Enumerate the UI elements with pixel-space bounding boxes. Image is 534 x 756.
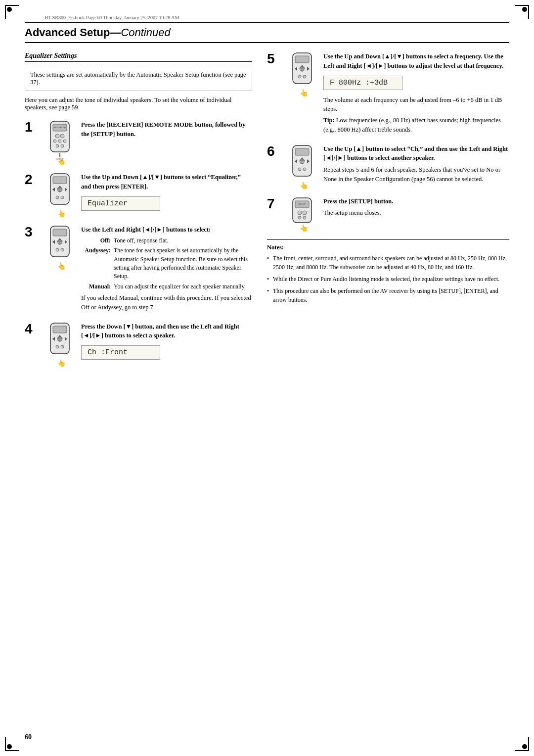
header-meta: HT-SR800_En.book Page 60 Thursday, Janua… [25, 15, 509, 20]
step-4-number: 4 [25, 322, 41, 336]
step-1-icon: RECEIVER SETUP 👆 [43, 120, 77, 165]
step-7-extra: The setup menu closes. [323, 208, 509, 218]
svg-text:ENTER: ENTER [56, 338, 63, 341]
option-audyssey-label: Audyssey: [81, 246, 111, 281]
svg-point-4 [53, 140, 56, 142]
svg-point-72 [303, 211, 307, 215]
svg-point-21 [56, 196, 59, 199]
notes-title: Notes: [267, 244, 509, 251]
svg-point-2 [55, 134, 59, 138]
intro-box: These settings are set automatically by … [25, 67, 252, 91]
svg-point-71 [298, 211, 302, 215]
step-7-content: Press the [SETUP] button. The setup menu… [323, 197, 509, 220]
svg-text:👆: 👆 [300, 224, 309, 232]
step-7: 7 SETUP 👆 [267, 197, 509, 232]
step-2-number: 2 [25, 173, 41, 187]
step-5-number: 5 [267, 52, 283, 66]
svg-text:👆: 👆 [300, 182, 309, 189]
notes-list: The front, center, surround, and surroun… [267, 254, 509, 304]
corner-dot-tl [7, 7, 12, 12]
step-3-content: Use the Left and Right [◄]/[►] buttons t… [81, 225, 252, 314]
step-3: 3 ENTER 👆 [25, 225, 252, 314]
step-4-lcd: Ch :Front [81, 345, 160, 360]
step-2-icon: ENTER 👆 [43, 173, 77, 217]
step-6-content: Use the Up [▲] button to select “Ch,” an… [323, 144, 509, 186]
step-7-icon: SETUP 👆 [285, 197, 319, 232]
svg-text:ENTER: ENTER [299, 161, 305, 163]
note-3: This procedure can also be performed on … [267, 286, 509, 304]
svg-point-3 [60, 134, 64, 138]
svg-point-6 [63, 140, 66, 142]
step-5: 5 ENTER 👆 [267, 52, 509, 137]
svg-text:👆: 👆 [57, 210, 66, 217]
step-6: 6 ENTER 👆 [267, 144, 509, 189]
option-off-desc: Tone off, response flat. [114, 236, 252, 245]
svg-text:ENTER: ENTER [299, 68, 305, 71]
svg-point-43 [56, 345, 59, 348]
step-2: 2 ENTER [25, 173, 252, 217]
svg-point-33 [61, 248, 64, 251]
svg-text:👆: 👆 [57, 359, 66, 367]
corner-dot-bl [7, 744, 12, 749]
corner-dot-br [522, 744, 527, 749]
svg-text:ENTER: ENTER [56, 241, 63, 244]
step-6-icon: ENTER 👆 [285, 144, 319, 189]
svg-point-22 [61, 196, 64, 199]
corner-mark-tl [5, 5, 19, 19]
svg-point-44 [61, 345, 64, 348]
svg-rect-58 [295, 148, 309, 155]
step-6-extra: Repeat steps 5 and 6 for each speaker. S… [323, 165, 509, 184]
step-1: 1 [25, 120, 252, 165]
svg-point-55 [303, 75, 306, 78]
intro-text2: Here you can adjust the tone of individu… [25, 96, 252, 111]
svg-text:👆: 👆 [57, 157, 66, 165]
step-2-lcd: Equalizer [81, 196, 160, 211]
note-1: The front, center, surround, and surroun… [267, 254, 509, 272]
svg-rect-14 [53, 177, 67, 184]
step-3-icon: ENTER 👆 [43, 225, 77, 270]
option-manual-desc: You can adjust the equalizer for each sp… [114, 283, 252, 291]
corner-mark-bl [5, 737, 19, 751]
corner-mark-br [515, 737, 529, 751]
step-4: 4 ENTER 👆 [25, 322, 252, 367]
step-6-number: 6 [267, 144, 283, 158]
page-title-section: Advanced Setup—Continued [25, 22, 509, 43]
svg-point-7 [56, 144, 59, 147]
svg-text:SETUP: SETUP [298, 203, 306, 205]
step-1-number: 1 [25, 120, 41, 134]
step-4-content: Press the Down [▼] button, and then use … [81, 322, 252, 363]
step-7-number: 7 [267, 197, 283, 211]
step-5-lcd: F 800Hz :+3dB [323, 76, 402, 90]
step-5-content: Use the Up and Down [▲]/[▼] buttons to s… [323, 52, 509, 137]
svg-point-8 [61, 144, 64, 147]
option-audyssey-desc: The tone for each speaker is set automat… [114, 246, 252, 281]
step-3-extra: If you selected Manual, continue with th… [81, 293, 252, 312]
svg-rect-36 [53, 326, 67, 333]
note-2: While the Direct or Pure Audio listening… [267, 275, 509, 284]
option-off-label: Off: [81, 236, 111, 245]
step-5-extra: The volume at each frequency can be adju… [323, 95, 509, 114]
svg-point-74 [303, 216, 306, 219]
option-manual-label: Manual: [81, 283, 111, 291]
page-number: 60 [25, 733, 32, 741]
corner-dot-tr [522, 7, 527, 12]
notes-section: Notes: The front, center, surround, and … [267, 239, 509, 304]
step-4-icon: ENTER 👆 [43, 322, 77, 367]
step-1-content: Press the [RECEIVER] REMOTE MODE button,… [81, 120, 252, 141]
svg-point-65 [298, 168, 301, 171]
svg-text:ENTER: ENTER [56, 189, 63, 191]
svg-point-5 [58, 140, 61, 142]
corner-mark-tr [515, 5, 529, 19]
svg-point-54 [298, 75, 301, 78]
step-3-number: 3 [25, 225, 41, 239]
svg-point-66 [303, 168, 306, 171]
page-title: Advanced Setup—Continued [25, 26, 509, 39]
svg-rect-25 [53, 229, 67, 236]
step-5-tip: Tip: Low frequencies (e.g., 80 Hz) affec… [323, 116, 509, 135]
section-heading: Equalizer Settings [25, 52, 252, 62]
step-3-options: Off: Tone off, response flat. Audyssey: … [81, 236, 252, 291]
svg-text:👆: 👆 [300, 89, 309, 96]
svg-point-32 [56, 248, 59, 251]
svg-text:RECEIVER: RECEIVER [53, 126, 66, 129]
step-2-content: Use the Up and Down [▲]/[▼] buttons to s… [81, 173, 252, 214]
